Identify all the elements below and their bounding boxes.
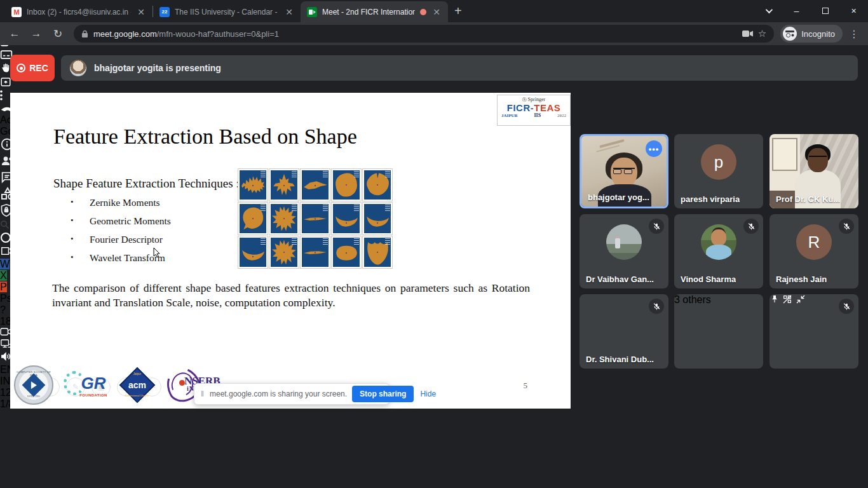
remove-from-grid-icon[interactable]	[782, 295, 795, 306]
lock-icon	[81, 30, 88, 38]
tab-meet-active[interactable]: Meet - 2nd FICR Internationa ✕	[301, 1, 448, 22]
bookmark-star-icon[interactable]: ☆	[758, 28, 766, 39]
stop-sharing-button[interactable]: Stop sharing	[352, 386, 414, 402]
chevron-down-icon[interactable]	[754, 0, 782, 21]
acm-jaipur-logo: Jaipur acm Professional Chapter	[119, 367, 155, 403]
participant-tile-paresh[interactable]: p paresh virparia	[674, 134, 763, 208]
iis-label: IIS	[534, 113, 541, 118]
list-item: Fourier Descriptor	[71, 234, 171, 245]
mic-off-icon	[649, 219, 664, 234]
gmail-icon: M	[11, 7, 22, 17]
participant-name: Dr Vaibhav Gan...	[586, 274, 654, 284]
participant-tile-self-controls[interactable]	[770, 294, 858, 369]
csi-diamond-icon	[22, 374, 46, 397]
window-controls: – ×	[754, 0, 868, 21]
forward-icon[interactable]: →	[27, 25, 46, 43]
participant-tile-bhajgotar[interactable]: ••• bhajgotar yog...	[580, 134, 668, 208]
participant-name: Vinod Sharma	[681, 274, 736, 284]
drag-handle-icon[interactable]: ‖	[201, 390, 205, 398]
shape-cell	[269, 203, 299, 234]
slide-paragraph: The comparison of different shape based …	[52, 281, 530, 311]
pin-icon[interactable]	[770, 295, 782, 306]
avatar: p	[701, 144, 736, 180]
minimize-tile-icon[interactable]	[796, 295, 806, 306]
new-tab-button[interactable]: +	[454, 4, 462, 18]
springer-label: Springer	[498, 97, 570, 102]
back-icon[interactable]: ←	[5, 25, 24, 43]
shape-cell	[238, 236, 268, 268]
presenting-banner: bhajgotar yogita is presenting	[61, 55, 858, 81]
tab-gmail[interactable]: M Inbox (2) - ficrs4@iisuniv.ac.in - T ✕	[5, 1, 153, 22]
shape-cell	[301, 203, 330, 234]
participant-tile-vaibhav[interactable]: Dr Vaibhav Gan...	[580, 214, 668, 288]
address-bar[interactable]: meet.google.com/mfn-wouo-haf?authuser=0&…	[74, 25, 774, 43]
camera-access-icon[interactable]	[742, 30, 753, 37]
avatar	[701, 224, 736, 260]
excel-icon: X	[0, 270, 7, 281]
browser-tabstrip: M Inbox (2) - ficrs4@iisuniv.ac.in - T ✕…	[0, 0, 868, 22]
shape-cell	[269, 236, 299, 268]
shape-cell	[363, 203, 392, 234]
browser-toolbar: ← → ↻ meet.google.com/mfn-wouo-haf?authu…	[0, 22, 868, 45]
tab-title: Meet - 2nd FICR Internationa	[322, 8, 415, 17]
reload-icon[interactable]: ↻	[48, 25, 67, 43]
participant-tile-vinod[interactable]: Vinod Sharma	[674, 214, 763, 288]
restore-button[interactable]	[811, 0, 839, 21]
techniques-list: Zernike Moments Geometric Moments Fourie…	[71, 197, 171, 271]
avatar	[70, 60, 86, 76]
shape-cell	[269, 169, 299, 201]
gr-foundation-logo: GR FOUNDATION	[64, 374, 109, 397]
shape-cell	[301, 169, 330, 201]
incognito-icon	[783, 27, 797, 41]
incognito-badge: Incognito	[780, 25, 843, 43]
meet-icon	[307, 7, 317, 17]
close-icon[interactable]: ✕	[431, 7, 442, 17]
word-icon: W	[0, 259, 10, 269]
shape-cell	[301, 236, 330, 268]
search-icon	[0, 220, 10, 229]
close-window-button[interactable]: ×	[839, 0, 868, 21]
ficr-teas-label: FICR-TEAS	[498, 103, 570, 112]
close-icon[interactable]: ✕	[136, 7, 146, 17]
shape-cell	[332, 203, 361, 234]
participant-name: Dr. Shivani Dub...	[586, 355, 654, 364]
csi-logo: COMPUTER SOCIETY OF INDIA ESTD. 1965	[14, 365, 53, 405]
participant-name: Prof Dr. CK Ku...	[776, 194, 840, 204]
g-swirl-icon	[64, 371, 85, 395]
rec-badge: REC	[10, 55, 55, 81]
url-text: meet.google.com/mfn-wouo-haf?authuser=0&…	[93, 29, 737, 39]
participant-tile-ck[interactable]: Prof Dr. CK Ku...	[770, 134, 858, 208]
avatar: R	[796, 224, 832, 260]
avatar	[606, 304, 642, 340]
shape-cell	[363, 169, 392, 201]
shape-cell	[363, 236, 392, 268]
tab-title: The IIS University - Calendar - We	[175, 8, 279, 17]
rec-icon	[17, 64, 25, 72]
slide-page-number: 5	[524, 381, 528, 391]
close-icon[interactable]: ✕	[284, 7, 294, 17]
slide-title: Feature Extraction Based on Shape	[53, 125, 357, 149]
mic-off-icon	[839, 219, 854, 234]
participant-name: paresh virparia	[681, 194, 740, 204]
year-label: 2022	[557, 114, 566, 118]
mic-off-icon	[649, 299, 664, 314]
ficr-teas-logo: Springer FICR-TEAS JAIPUR IIS 2022	[497, 95, 571, 126]
avatar	[606, 224, 642, 260]
powerpoint-icon: P	[0, 281, 7, 292]
recording-indicator-icon	[420, 9, 426, 15]
participant-tile-others[interactable]: 3 others	[674, 294, 763, 369]
participant-name: Rajnesh Jain	[776, 274, 827, 284]
slide-subtitle: Shape Feature Extraction Techniques :	[53, 177, 240, 191]
shape-cell	[332, 169, 361, 201]
shape-cell	[238, 203, 268, 234]
minimize-button[interactable]: –	[782, 0, 811, 21]
participant-name: bhajgotar yog...	[588, 193, 649, 202]
browser-menu-icon[interactable]: ⋮	[845, 28, 863, 40]
mic-off-icon	[743, 219, 759, 234]
mouse-cursor	[153, 247, 161, 257]
hide-link[interactable]: Hide	[420, 390, 436, 398]
tile-options-icon[interactable]: •••	[646, 140, 662, 157]
participant-tile-rajnesh[interactable]: R Rajnesh Jain	[770, 214, 858, 288]
tab-calendar[interactable]: 22 The IIS University - Calendar - We ✕	[153, 1, 301, 22]
participant-tile-shivani[interactable]: Dr. Shivani Dub...	[580, 294, 668, 369]
